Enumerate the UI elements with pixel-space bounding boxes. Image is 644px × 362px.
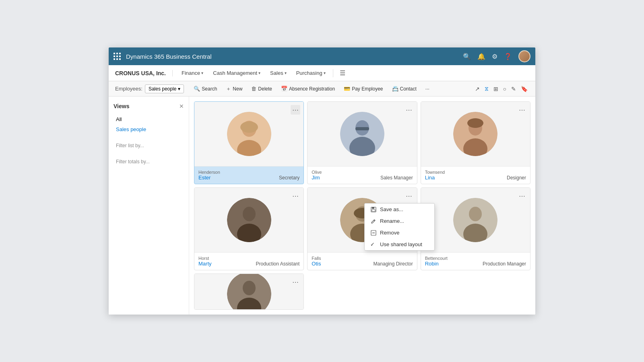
sidebar-item-salespeople[interactable]: Sales people [114, 124, 184, 134]
filter-icon[interactable]: ⧖ [483, 84, 490, 93]
help-icon[interactable]: ❓ [504, 53, 512, 60]
avatar-svg-ester [227, 112, 271, 156]
dropdown-chevron-icon: ▾ [178, 86, 180, 92]
top-bar: Dynamics 365 Business Central 🔍 🔔 ⚙ ❓ [109, 47, 535, 65]
info-icon[interactable]: ○ [502, 84, 508, 93]
context-menu-remove[interactable]: Remove [365, 227, 434, 239]
employees-filter-dropdown[interactable]: Sales people ▾ [145, 84, 184, 93]
grid-dot [116, 56, 118, 57]
employee-card-robin[interactable]: ⋯ Bettencourt Robin [421, 187, 530, 270]
columns-icon[interactable]: ⊞ [492, 84, 500, 93]
card-role-lina: Designer [507, 175, 526, 181]
user-avatar[interactable] [518, 50, 530, 62]
bell-icon[interactable]: 🔔 [477, 53, 485, 60]
card-more-button-marty[interactable]: ⋯ [291, 191, 300, 201]
check-icon: ✓ [370, 241, 377, 247]
avatar-image [519, 51, 530, 62]
card-photo-jim [308, 102, 417, 166]
card-info-marty: Horst Marty Production Assistant [194, 252, 303, 270]
employee-card-ester[interactable]: ⋯ [194, 101, 304, 184]
employee-card-jim[interactable]: ⋯ Olive [307, 101, 417, 184]
card-firstname-link-robin[interactable]: Robin [425, 261, 439, 267]
context-menu: Save as... Rename... [364, 203, 435, 251]
sidebar-item-all[interactable]: All [114, 114, 184, 124]
card-photo-lina [421, 102, 530, 166]
nav-finance[interactable]: Finance ▾ [178, 68, 207, 78]
employees-label: Employees: [115, 86, 142, 92]
delete-button[interactable]: 🗑 Delete [247, 84, 276, 93]
card-more-button-lina[interactable]: ⋯ [517, 105, 527, 115]
chevron-down-icon: ▾ [324, 71, 326, 75]
svg-rect-8 [355, 127, 369, 130]
filter-list-by[interactable]: Filter list by... [114, 141, 184, 150]
absence-registration-button[interactable]: 📅 Absence Registration [277, 84, 339, 93]
svg-point-4 [240, 121, 258, 133]
svg-rect-28 [372, 210, 375, 212]
card-role-marty: Production Assistant [256, 261, 300, 267]
hamburger-icon[interactable]: ☰ [336, 68, 349, 78]
card-more-button-otis[interactable]: ⋯ [404, 191, 414, 201]
nav-purchasing[interactable]: Purchasing ▾ [292, 68, 330, 78]
delete-icon: 🗑 [251, 86, 256, 92]
absence-label: Absence Registration [289, 86, 335, 92]
calendar-icon: 📅 [281, 86, 287, 92]
main-content: Views ✕ All Sales people Filter list by.… [109, 97, 535, 315]
avatar-svg-jim [340, 112, 384, 156]
app-window: Dynamics 365 Business Central 🔍 🔔 ⚙ ❓ CR… [109, 47, 535, 315]
card-lastname-ester: Henderson [198, 170, 299, 175]
card-photo-marty [194, 188, 303, 252]
grid-dot [119, 58, 121, 60]
contact-label: Contact [400, 86, 417, 92]
card-info-robin: Bettencourt Robin Production Manager [421, 252, 530, 270]
card-role-otis: Managing Director [374, 261, 413, 267]
card-more-button-jim[interactable]: ⋯ [404, 105, 414, 115]
top-bar-icons: 🔍 🔔 ⚙ ❓ [463, 50, 530, 62]
rename-label: Rename... [380, 218, 404, 224]
apps-icon[interactable] [114, 53, 121, 60]
search-icon[interactable]: 🔍 [463, 53, 471, 60]
nav-cash-management[interactable]: Cash Management ▾ [209, 68, 264, 78]
share-icon[interactable]: ↗ [474, 84, 481, 93]
pay-employee-button[interactable]: 💳 Pay Employee [340, 84, 387, 93]
card-firstname-link-jim[interactable]: Jim [312, 175, 320, 181]
nav-sales[interactable]: Sales ▾ [266, 68, 291, 78]
grid-dot [114, 53, 115, 54]
card-firstname-link-lina[interactable]: Lina [425, 175, 435, 181]
card-firstname-link-otis[interactable]: Otis [312, 261, 321, 267]
card-firstname-link-marty[interactable]: Marty [198, 261, 212, 267]
contact-button[interactable]: 📇 Contact [388, 84, 421, 93]
settings-icon[interactable]: ⚙ [492, 53, 497, 60]
bookmark-icon[interactable]: 🔖 [520, 84, 529, 93]
contact-icon: 📇 [392, 86, 398, 92]
card-more-button-ester[interactable]: ⋯ [291, 105, 300, 115]
card-info-ester: Henderson Ester Secretary [194, 166, 303, 184]
employee-card-marty[interactable]: ⋯ Horst Marty [194, 187, 304, 270]
chevron-down-icon: ▾ [201, 71, 203, 75]
svg-line-29 [374, 220, 375, 221]
card-firstname-link-ester[interactable]: Ester [198, 175, 211, 181]
employee-card-lina[interactable]: ⋯ Townsend [421, 101, 530, 184]
employee-card-bottom1[interactable]: ⋯ [194, 274, 304, 310]
chevron-down-icon: ▾ [258, 71, 260, 75]
context-menu-rename[interactable]: Rename... [365, 215, 434, 227]
card-more-button-bottom1[interactable]: ⋯ [291, 277, 300, 287]
card-name-role-row-jim: Jim Sales Manager [312, 175, 413, 181]
card-more-button-robin[interactable]: ⋯ [517, 191, 527, 201]
sidebar: Views ✕ All Sales people Filter list by.… [109, 97, 189, 315]
sidebar-close-button[interactable]: ✕ [179, 103, 184, 109]
search-button[interactable]: 🔍 Search [190, 84, 221, 93]
grid-dot [119, 53, 121, 54]
card-lastname-marty: Horst [198, 256, 299, 261]
edit-icon[interactable]: ✎ [510, 84, 517, 93]
context-menu-shared-layout[interactable]: ✓ Use shared layout [365, 239, 434, 250]
company-name[interactable]: CRONUS USA, Inc. [115, 70, 173, 76]
delete-label: Delete [258, 86, 272, 92]
nav-separator [333, 69, 333, 77]
filter-totals-by[interactable]: Filter totals by... [114, 157, 184, 167]
new-button[interactable]: ＋ New [222, 84, 246, 94]
card-photo-ester [194, 102, 303, 166]
pay-label: Pay Employee [352, 86, 383, 92]
context-menu-save-as[interactable]: Save as... [365, 204, 434, 215]
more-options-button[interactable]: ··· [421, 84, 433, 93]
ellipsis-icon: ··· [425, 86, 429, 92]
